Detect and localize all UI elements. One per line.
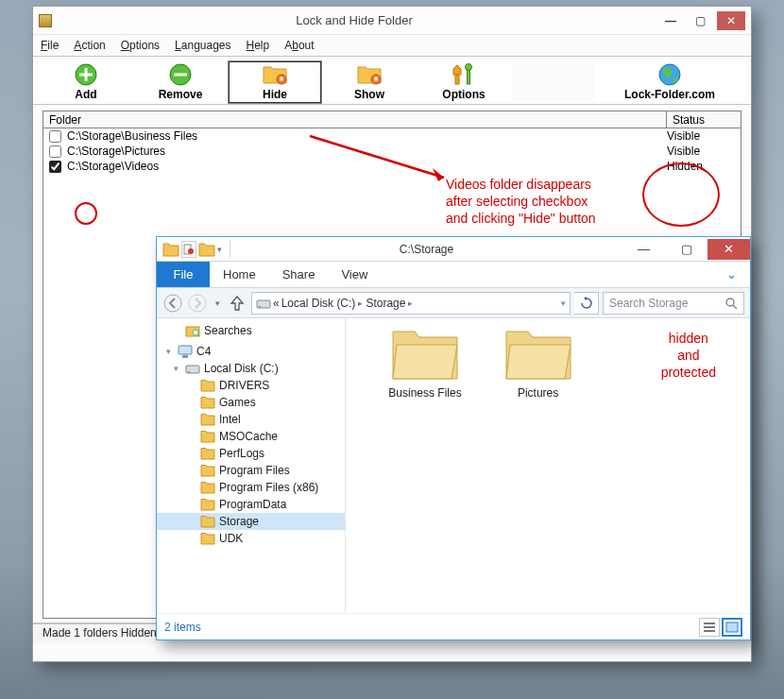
row-path: C:\Storage\Videos bbox=[67, 160, 667, 173]
explorer-minimize-button[interactable]: — bbox=[622, 239, 665, 260]
search-icon bbox=[724, 297, 738, 310]
menu-languages[interactable]: Languages bbox=[175, 39, 230, 52]
nav-item-msocache[interactable]: ▸ MSOCache bbox=[157, 428, 345, 445]
explorer-window: ▾ C:\Storage — ▢ ✕ File Home Share View … bbox=[156, 236, 751, 640]
nav-item-local-disk[interactable]: ▾ Local Disk (C:) bbox=[157, 360, 345, 377]
ribbon-home-tab[interactable]: Home bbox=[210, 262, 269, 287]
search-placeholder: Search Storage bbox=[609, 297, 724, 310]
annotation-hidden-text: hidden and protected bbox=[661, 330, 716, 381]
ribbon-expand-button[interactable]: ⌄ bbox=[713, 262, 750, 287]
explorer-title: C:\Storage bbox=[400, 243, 453, 256]
item-pane[interactable]: Business Files Pictures hidden and prote… bbox=[346, 318, 750, 613]
back-button[interactable] bbox=[162, 293, 183, 314]
ribbon: File Home Share View ⌄ bbox=[157, 262, 750, 288]
nav-item-drivers[interactable]: ▸ DRIVERS bbox=[157, 377, 345, 394]
hide-icon bbox=[262, 63, 288, 86]
nav-item-program-data[interactable]: ▸ ProgramData bbox=[157, 496, 345, 513]
nav-item-intel[interactable]: ▸ Intel bbox=[157, 411, 345, 428]
svg-line-22 bbox=[733, 305, 737, 309]
nav-item-program-files[interactable]: ▸ Program Files bbox=[157, 462, 345, 479]
row-checkbox[interactable] bbox=[49, 145, 61, 158]
address-history-button[interactable]: ▾ bbox=[561, 298, 566, 308]
nav-item-perflogs[interactable]: ▸ PerfLogs bbox=[157, 445, 345, 462]
grid-header: Folder Status bbox=[43, 111, 741, 128]
row-checkbox[interactable] bbox=[49, 161, 61, 173]
folder-small-icon[interactable] bbox=[198, 242, 215, 257]
remove-button[interactable]: Remove bbox=[133, 60, 228, 104]
svg-rect-2 bbox=[79, 74, 93, 77]
toolbar: Add Remove Hide Show bbox=[33, 56, 751, 105]
svg-rect-26 bbox=[179, 346, 192, 354]
nav-item-computer[interactable]: ▾ C4 bbox=[157, 343, 345, 360]
svg-point-21 bbox=[726, 298, 734, 306]
address-bar[interactable]: « Local Disk (C:)▸ Storage▸ ▾ bbox=[251, 292, 571, 315]
row-path: C:\Storage\Pictures bbox=[67, 145, 667, 158]
maximize-button[interactable]: ▢ bbox=[687, 11, 715, 30]
nav-item-storage[interactable]: ▸ Storage bbox=[157, 513, 345, 530]
properties-icon bbox=[183, 244, 195, 255]
column-status[interactable]: Status bbox=[667, 113, 741, 127]
minimize-button[interactable]: — bbox=[656, 11, 685, 30]
app-icon bbox=[39, 14, 52, 27]
svg-rect-29 bbox=[188, 371, 190, 373]
ribbon-file-tab[interactable]: File bbox=[157, 262, 210, 287]
explorer-maximize-button[interactable]: ▢ bbox=[665, 239, 707, 260]
address-toolbar: ▾ « Local Disk (C:)▸ Storage▸ ▾ Search S… bbox=[157, 288, 750, 318]
add-button[interactable]: Add bbox=[39, 60, 133, 104]
column-folder[interactable]: Folder bbox=[43, 113, 666, 127]
close-button[interactable]: ✕ bbox=[717, 11, 745, 30]
menu-action[interactable]: Action bbox=[74, 39, 105, 52]
table-row[interactable]: C:\Storage\Pictures Visible bbox=[43, 144, 741, 159]
view-details-button[interactable] bbox=[699, 618, 720, 637]
folder-icon bbox=[389, 328, 461, 383]
add-icon bbox=[75, 63, 97, 86]
search-box[interactable]: Search Storage bbox=[603, 292, 744, 315]
svg-rect-4 bbox=[174, 74, 187, 77]
crumb-local-disk[interactable]: Local Disk (C:)▸ bbox=[281, 297, 365, 310]
svg-rect-8 bbox=[375, 77, 378, 81]
table-row[interactable]: C:\Storage\Business Files Visible bbox=[43, 128, 741, 144]
ribbon-view-tab[interactable]: View bbox=[328, 262, 381, 287]
svg-rect-9 bbox=[455, 75, 459, 84]
up-button[interactable] bbox=[227, 293, 247, 314]
crumb-previous[interactable]: « bbox=[273, 297, 280, 310]
chevron-down-icon[interactable]: ▾ bbox=[217, 245, 222, 254]
menu-about[interactable]: About bbox=[284, 39, 314, 52]
show-button[interactable]: Show bbox=[322, 60, 417, 104]
svg-rect-32 bbox=[704, 630, 715, 632]
explorer-status-bar: 2 items bbox=[157, 613, 750, 639]
navigation-pane[interactable]: ▸ Searches ▾ C4 ▾ Local Disk (C:) ▸ bbox=[157, 318, 346, 613]
menubar: File Action Options Languages Help About bbox=[33, 35, 751, 56]
svg-point-18 bbox=[189, 295, 206, 312]
row-status: Visible bbox=[667, 129, 735, 143]
hide-button[interactable]: Hide bbox=[228, 60, 322, 104]
recent-locations-button[interactable]: ▾ bbox=[212, 293, 223, 314]
folder-icon bbox=[162, 242, 179, 257]
nav-item-games[interactable]: ▸ Games bbox=[157, 394, 345, 411]
refresh-button[interactable] bbox=[574, 292, 599, 315]
quick-access-toolbar-item[interactable] bbox=[181, 241, 196, 258]
ribbon-share-tab[interactable]: Share bbox=[269, 262, 329, 287]
folder-item-business-files[interactable]: Business Files bbox=[370, 328, 480, 400]
nav-item-searches[interactable]: ▸ Searches bbox=[157, 322, 345, 339]
explorer-close-button[interactable]: ✕ bbox=[707, 239, 750, 260]
svg-point-16 bbox=[188, 248, 194, 254]
table-row[interactable]: C:\Storage\Videos Hidden bbox=[43, 159, 741, 174]
svg-point-10 bbox=[466, 64, 472, 71]
remove-icon bbox=[169, 63, 192, 86]
options-button[interactable]: Options bbox=[417, 60, 511, 104]
row-checkbox[interactable] bbox=[49, 130, 61, 143]
main-titlebar[interactable]: Lock and Hide Folder — ▢ ✕ bbox=[33, 7, 751, 35]
view-icons-button[interactable] bbox=[722, 618, 742, 637]
lock-folder-link[interactable]: Lock-Folder.com bbox=[594, 60, 745, 104]
crumb-storage[interactable]: Storage▸ bbox=[366, 297, 414, 310]
folder-item-pictures[interactable]: Pictures bbox=[484, 328, 593, 400]
item-count: 2 items bbox=[164, 621, 201, 634]
menu-file[interactable]: File bbox=[41, 39, 59, 52]
forward-button[interactable] bbox=[187, 293, 208, 314]
menu-options[interactable]: Options bbox=[121, 39, 160, 52]
menu-help[interactable]: Help bbox=[247, 39, 270, 52]
nav-item-program-files-x86[interactable]: ▸ Program Files (x86) bbox=[157, 479, 345, 496]
explorer-titlebar[interactable]: ▾ C:\Storage — ▢ ✕ bbox=[157, 237, 750, 262]
nav-item-udk[interactable]: ▸ UDK bbox=[157, 530, 345, 547]
